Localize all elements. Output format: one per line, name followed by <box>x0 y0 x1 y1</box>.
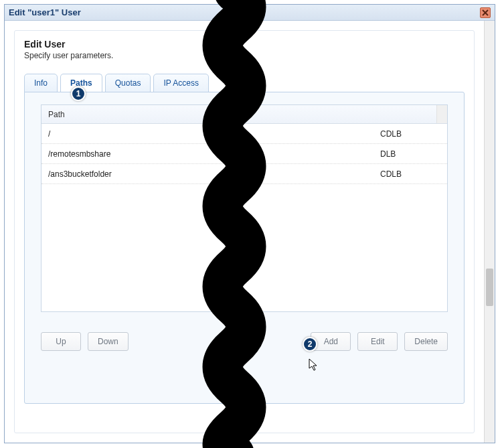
tab-label: Paths <box>70 78 92 88</box>
tab-strip: Info Paths Quotas IP Access <box>24 74 465 92</box>
delete-button[interactable]: Delete <box>404 332 448 351</box>
cell-path: /ans3bucketfolder <box>41 165 373 183</box>
column-perm[interactable] <box>363 110 436 119</box>
cell-path: / <box>41 125 373 143</box>
down-button[interactable]: Down <box>88 332 129 351</box>
page-title: Edit User <box>24 39 465 50</box>
paths-table: Path / CDLB /remotesmbshare DLB <box>41 104 448 312</box>
edit-button[interactable]: Edit <box>357 332 398 351</box>
tab-quotas[interactable]: Quotas <box>105 74 151 92</box>
table-row[interactable]: / CDLB <box>41 124 447 144</box>
close-icon[interactable] <box>480 7 491 18</box>
up-button[interactable]: Up <box>41 332 81 351</box>
cell-perm: CDLB <box>373 125 447 143</box>
table-row[interactable]: /remotesmbshare DLB <box>41 144 447 164</box>
callout-badge-1: 1 <box>71 86 86 101</box>
dialog-window: Edit "user1" User Edit User Specify user… <box>4 4 495 443</box>
tab-label: IP Access <box>163 78 198 88</box>
button-row: Up Down Add Edit Delete <box>41 332 448 351</box>
table-header: Path <box>41 105 447 124</box>
cell-path: /remotesmbshare <box>41 145 373 163</box>
column-path[interactable]: Path <box>41 106 363 123</box>
title-bar: Edit "user1" User <box>5 5 495 21</box>
dialog-scrollbar[interactable] <box>484 21 495 443</box>
page-subtitle: Specify user parameters. <box>24 51 465 60</box>
table-row[interactable]: /ans3bucketfolder CDLB <box>41 164 447 184</box>
table-scrollbar-header <box>436 105 447 123</box>
callout-badge-2: 2 <box>303 337 317 352</box>
cell-perm: DLB <box>373 145 447 163</box>
table-body: / CDLB /remotesmbshare DLB /ans3bucketfo… <box>41 124 447 311</box>
tab-ip-access[interactable]: IP Access <box>153 74 208 92</box>
tab-panel-paths: Path / CDLB /remotesmbshare DLB <box>24 92 465 404</box>
cell-perm: CDLB <box>373 165 447 183</box>
tab-label: Info <box>34 78 48 88</box>
tab-info[interactable]: Info <box>24 74 58 92</box>
dialog-body: Edit User Specify user parameters. Info … <box>5 21 484 443</box>
scrollbar-thumb[interactable] <box>486 269 493 306</box>
tab-label: Quotas <box>115 78 141 88</box>
dialog-title: Edit "user1" User <box>9 7 480 17</box>
